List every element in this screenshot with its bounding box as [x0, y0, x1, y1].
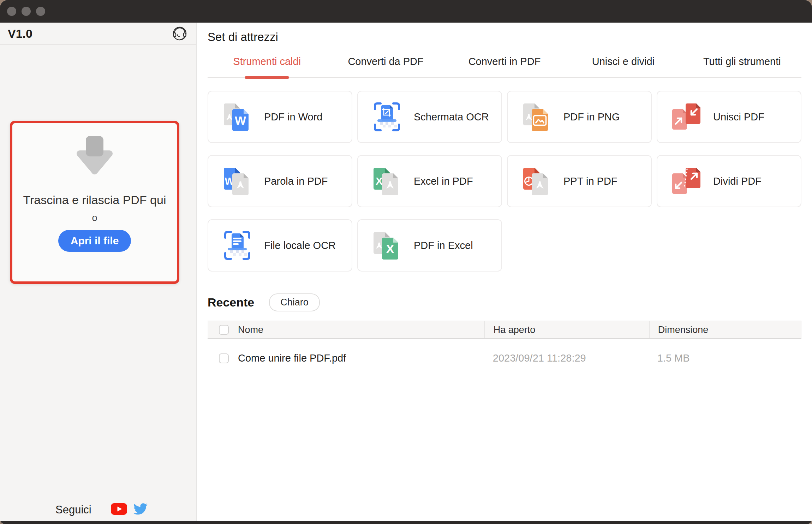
excel-to-pdf-icon: X: [370, 164, 404, 198]
local-ocr-icon: [220, 228, 254, 262]
twitter-icon[interactable]: [133, 503, 148, 516]
screen-ocr-icon: [370, 100, 404, 134]
tool-card-schermata-ocr[interactable]: Schermata OCR: [357, 91, 502, 143]
app-version-label: V1.0: [8, 27, 32, 41]
tool-card-pdf-in-png[interactable]: PDF in PNG: [507, 91, 652, 143]
recent-file-row[interactable]: Come unire file PDF.pdf 2023/09/21 11:28…: [208, 352, 801, 364]
tool-card-label: PPT in PDF: [563, 175, 617, 187]
window-titlebar: [0, 0, 812, 23]
svg-text:X: X: [386, 242, 394, 256]
tool-card-label: Unisci PDF: [713, 111, 764, 123]
window-content: V1.0 Trascina e rilascia PDF qui o Apri …: [0, 23, 812, 521]
pdf-to-word-icon: W: [220, 100, 254, 134]
recent-file-size: 1.5 MB: [657, 352, 690, 364]
window-bottom-edge: [0, 521, 812, 524]
tab-unisci-e-dividi[interactable]: Unisci e dividi: [564, 56, 682, 77]
dropzone-title: Trascina e rilascia PDF qui: [23, 193, 166, 207]
follow-us-bar: Seguici: [55, 503, 148, 516]
tool-card-label: Parola in PDF: [264, 175, 328, 187]
tab-strumenti-caldi[interactable]: Strumenti caldi: [208, 56, 326, 77]
tool-card-excel-in-pdf[interactable]: X Excel in PDF: [357, 155, 502, 207]
recent-file-name: Come unire file PDF.pdf: [238, 352, 346, 364]
select-all-checkbox[interactable]: [219, 325, 229, 335]
recent-table-body: Come unire file PDF.pdf 2023/09/21 11:28…: [208, 352, 801, 364]
pdf-to-excel-icon: X: [370, 228, 404, 262]
tab-tutti-gli-strumenti[interactable]: Tutti gli strumenti: [683, 56, 801, 77]
tool-card-label: Dividi PDF: [713, 175, 762, 187]
tool-card-label: Excel in PDF: [414, 175, 473, 187]
download-arrow-icon: [67, 134, 122, 178]
tool-card-grid: WPDF in Word Schermata OCR PDF in PNG Un…: [208, 91, 801, 272]
pdf-dropzone[interactable]: Trascina e rilascia PDF qui o Apri il fi…: [10, 121, 179, 284]
support-button[interactable]: [171, 25, 188, 42]
svg-text:W: W: [235, 114, 246, 127]
svg-text:X: X: [376, 175, 383, 187]
tool-card-unisci-pdf[interactable]: Unisci PDF: [657, 91, 801, 143]
tool-card-pdf-in-word[interactable]: WPDF in Word: [208, 91, 352, 143]
word-to-pdf-icon: W: [220, 164, 254, 198]
row-checkbox[interactable]: [219, 353, 229, 363]
zoom-window-button[interactable]: [36, 7, 45, 16]
close-window-button[interactable]: [7, 7, 16, 16]
minimize-window-button[interactable]: [22, 7, 31, 16]
recent-table-header: Nome Ha aperto Dimensione: [208, 321, 801, 339]
tool-card-label: PDF in Word: [264, 111, 322, 123]
tool-card-ppt-in-pdf[interactable]: PPT in PDF: [507, 155, 652, 207]
pdf-to-png-icon: [520, 100, 554, 134]
app-window: V1.0 Trascina e rilascia PDF qui o Apri …: [0, 0, 812, 524]
main-panel: Set di attrezzi Strumenti caldiConverti …: [197, 23, 812, 521]
youtube-icon[interactable]: [111, 503, 127, 516]
open-file-button[interactable]: Apri il file: [58, 230, 131, 252]
sidebar: V1.0 Trascina e rilascia PDF qui o Apri …: [0, 23, 197, 521]
headset-icon: [171, 25, 188, 42]
recent-file-opened: 2023/09/21 11:28:29: [493, 352, 586, 364]
page-title: Set di attrezzi: [208, 30, 801, 44]
tool-card-dividi-pdf[interactable]: Dividi PDF: [657, 155, 801, 207]
tools-tab-bar: Strumenti caldiConverti da PDFConverti i…: [208, 56, 801, 78]
recent-header-bar: Recente Chiaro: [208, 293, 801, 311]
tool-card-parola-in-pdf[interactable]: W Parola in PDF: [208, 155, 352, 207]
sidebar-header: V1.0: [0, 23, 196, 45]
dropzone-or-label: o: [92, 213, 97, 224]
follow-us-label: Seguici: [55, 504, 91, 516]
tab-converti-da-pdf[interactable]: Converti da PDF: [326, 56, 445, 77]
tool-card-label: PDF in Excel: [414, 240, 473, 251]
tab-converti-in-pdf[interactable]: Converti in PDF: [445, 56, 564, 77]
column-header-name: Nome: [238, 324, 263, 335]
recent-title: Recente: [208, 296, 254, 309]
tool-card-file-locale-ocr[interactable]: File locale OCR: [208, 219, 352, 272]
merge-pdf-icon: [669, 100, 703, 134]
tool-card-label: File locale OCR: [264, 240, 336, 251]
ppt-to-pdf-icon: [520, 164, 554, 198]
column-header-opened: Ha aperto: [494, 324, 536, 335]
tool-card-label: Schermata OCR: [414, 111, 489, 123]
tool-card-label: PDF in PNG: [563, 111, 620, 123]
split-pdf-icon: [669, 164, 703, 198]
column-header-size: Dimensione: [658, 324, 709, 335]
clear-recent-button[interactable]: Chiaro: [269, 293, 320, 311]
tool-card-pdf-in-excel[interactable]: XPDF in Excel: [357, 219, 502, 272]
